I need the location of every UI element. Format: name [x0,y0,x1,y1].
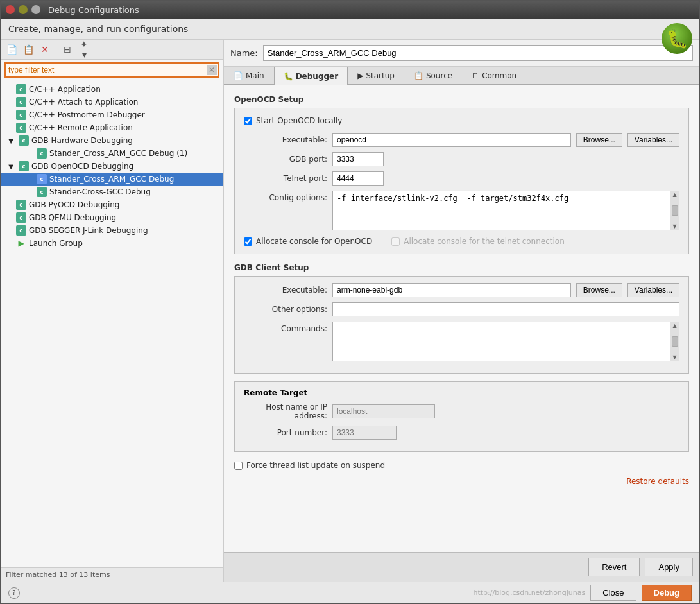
footer-left: ? [8,587,20,599]
filter-clear-button[interactable]: ✕ [207,65,217,75]
tree-item-cpp-postmortem[interactable]: c C/C++ Postmortem Debugger [1,108,223,121]
main-tab-icon: 📄 [234,71,243,80]
gdb-executable-input[interactable] [332,283,571,297]
name-label: Name: [230,48,258,58]
gdb-client-section-title: GDB Client Setup [234,262,689,276]
tab-main[interactable]: 📄 Main [224,67,274,84]
gdb-browse-button[interactable]: Browse... [576,283,622,297]
cpp-app-icon: c [16,84,26,94]
debug-button[interactable]: Debug [642,585,692,601]
help-icon[interactable]: ? [8,587,20,599]
close-button[interactable]: Close [590,585,636,601]
filter-input[interactable] [4,62,219,78]
force-thread-row: Force thread list update on suspend [234,460,689,471]
tree-item-launch-group[interactable]: ▶ Launch Group [1,237,223,250]
collapse-all-button[interactable]: ⊟ [60,42,74,56]
tab-common[interactable]: 🗒 Common [462,67,526,84]
force-thread-checkbox[interactable] [234,462,243,470]
tab-common-label: Common [482,71,516,80]
watermark: http://blog.csdn.net/zhongjunas [473,589,585,597]
start-openocd-checkbox[interactable] [244,117,252,125]
stander-selected-icon: c [37,174,47,184]
gdb-other-options-input[interactable] [332,302,679,316]
port-label: Port number: [244,428,327,437]
tab-startup[interactable]: ▶ Startup [348,67,404,84]
tree-item-cpp-application[interactable]: c C/C++ Application [1,83,223,96]
allocate-openocd-label: Allocate console for OpenOCD [256,237,372,246]
tab-source[interactable]: 📋 Source [404,67,462,84]
gdb-scroll-up[interactable]: ▲ [672,323,676,329]
port-input[interactable] [332,426,397,440]
close-window-button[interactable] [6,5,15,14]
scroll-thumb [672,205,678,216]
hostname-input[interactable] [332,404,435,418]
config-name-input[interactable] [263,45,693,61]
gdb-openocd-expand-icon: ▼ [6,161,16,171]
debugger-tab-icon: 🐛 [284,72,293,81]
telnet-port-input[interactable] [332,171,384,186]
revert-button[interactable]: Revert [588,558,640,576]
apply-button[interactable]: Apply [645,558,693,576]
tree-item-gdb-openocd[interactable]: ▼ c GDB OpenOCD Debugging [1,160,223,173]
gdb-hardware-icon: c [19,135,29,146]
duplicate-config-button[interactable]: 📋 [21,42,35,56]
gdb-executable-row: Executable: Browse... Variables... [244,283,679,297]
openocd-variables-button[interactable]: Variables... [627,133,679,147]
config-options-label: Config options: [244,193,327,202]
filter-button[interactable]: ✦ ▾ [77,42,91,56]
gdb-scroll-down[interactable]: ▼ [672,354,676,360]
scroll-down-arrow[interactable]: ▼ [672,223,676,229]
toolbar-separator [56,44,56,55]
footer-bar: ? http://blog.csdn.net/zhongjunas Close … [1,582,699,603]
gdb-scroll-thumb [672,336,678,347]
tab-debugger[interactable]: 🐛 Debugger [274,67,348,85]
gdb-pyocd-icon: c [16,200,26,210]
restore-defaults-container: Restore defaults [234,476,689,486]
telnet-port-label: Telnet port: [244,174,327,183]
config-options-row: Config options: -f interface/stlink-v2.c… [244,191,679,230]
tree-item-cpp-remote[interactable]: c C/C++ Remote Application [1,121,223,134]
tree-item-gdb-qemu[interactable]: c GDB QEMU Debugging [1,211,223,224]
tab-debugger-label: Debugger [296,72,338,81]
window-subtitle: Create, manage, and run configurations [8,24,692,34]
maximize-button[interactable] [31,5,40,14]
scroll-up-arrow[interactable]: ▲ [672,192,676,198]
tree-item-gdb-hardware[interactable]: ▼ c GDB Hardware Debugging [1,134,223,147]
delete-config-button[interactable]: ✕ [38,42,52,56]
openocd-executable-input[interactable] [332,133,571,147]
gdb-commands-textarea[interactable] [333,322,670,361]
common-tab-icon: 🗒 [472,71,479,80]
restore-defaults-link[interactable]: Restore defaults [626,474,689,488]
tabs: 📄 Main 🐛 Debugger ▶ Startup 📋 Source 🗒 [224,67,699,85]
start-openocd-label: Start OpenOCD locally [256,116,342,125]
openocd-section-title: OpenOCD Setup [234,94,689,108]
tree-item-stander-gcc[interactable]: c Stander-Cross-GCC Debug [1,186,223,198]
new-config-button[interactable]: 📄 [4,42,19,56]
config-options-textarea[interactable]: -f interface/stlink-v2.cfg -f target/stm… [333,191,670,230]
tree-item-gdb-pyocd[interactable]: c GDB PyOCD Debugging [1,198,223,211]
tree-item-stander-selected[interactable]: c Stander_Cross_ARM_GCC Debug [1,173,223,186]
gdb-hardware-expand-icon: ▼ [6,135,16,146]
tree-item-cpp-attach[interactable]: c C/C++ Attach to Application [1,96,223,108]
tab-main-label: Main [246,71,264,80]
gdb-commands-scrollbar[interactable]: ▲ ▼ [670,322,679,361]
stander1-icon: c [37,148,47,159]
allocate-telnet-checkbox[interactable] [391,237,400,246]
cpp-postmortem-icon: c [16,110,26,120]
tree-item-gdb-segger[interactable]: c GDB SEGGER J-Link Debugging [1,224,223,237]
gdb-port-row: GDB port: [244,152,679,166]
titlebar: Debug Configurations [1,1,699,19]
hostname-label: Host name or IP address: [244,402,327,420]
openocd-browse-button[interactable]: Browse... [576,133,622,147]
allocate-openocd-checkbox[interactable] [244,237,252,246]
minimize-button[interactable] [19,5,28,14]
remote-target-title: Remote Target [244,388,679,397]
bottom-button-bar: Revert Apply [224,552,699,582]
config-tree: c C/C++ Application c C/C++ Attach to Ap… [1,80,223,567]
tree-item-stander-1[interactable]: c Stander_Cross_ARM_GCC Debug (1) [1,147,223,160]
gdb-variables-button[interactable]: Variables... [627,283,679,297]
gdb-port-input[interactable] [332,152,384,166]
gdb-other-options-row: Other options: [244,302,679,316]
gdb-openocd-icon: c [19,161,29,171]
config-options-scrollbar[interactable]: ▲ ▼ [670,191,679,230]
